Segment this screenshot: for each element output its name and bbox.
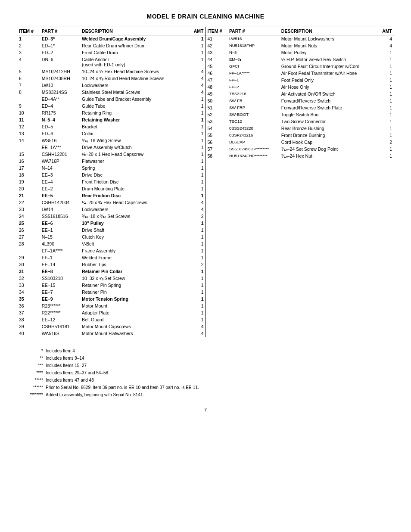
table-row: 23LW14Lockwashers4 xyxy=(17,206,206,213)
footnote: *****Includes Items 47 and 48 xyxy=(17,376,394,384)
description: Bracket xyxy=(80,123,189,130)
table-row: 46FP–1A*****Air Foot Pedal Transmitter w… xyxy=(206,70,394,77)
part-number: EE–9 xyxy=(40,296,80,302)
part-number: EE–15 xyxy=(40,282,80,289)
description: Toggle Switch Boot xyxy=(280,111,378,118)
amount: 4 xyxy=(189,330,206,337)
table-row: 10RR175Retaining Ring1 xyxy=(17,109,206,116)
item-number: 34 xyxy=(17,289,40,296)
description: Rubber Tips xyxy=(80,261,189,268)
footnote: ***Includes Items 15–27 xyxy=(17,362,394,369)
part-number: NU51618FHP xyxy=(227,42,280,49)
footnote-symbol: **** xyxy=(17,369,43,376)
table-row: 15CSHH12201¹⁄₂–20 x 1 Hex Head Capscrew1 xyxy=(17,151,206,158)
part-number: EE–1A*** xyxy=(40,144,80,151)
table-row: EF–1A****Frame Assembly1 xyxy=(17,247,206,254)
description: Drive Shaft xyxy=(80,227,189,233)
item-number: 48 xyxy=(206,84,227,90)
item-number: 27 xyxy=(17,233,40,240)
amount: 1 xyxy=(189,49,206,56)
amount: 1 xyxy=(378,90,394,97)
item-number: 10 xyxy=(17,109,40,116)
table-row: 58NU51624FHP********⁵⁄₁₆–24 Hex Nut1 xyxy=(206,152,394,159)
amount: 1 xyxy=(378,125,394,132)
part-number: LW516 xyxy=(227,35,280,43)
right-header-amt: AMT xyxy=(378,27,394,35)
item-number: 44 xyxy=(206,56,227,63)
item-number: 29 xyxy=(17,254,40,261)
footnote: ****Includes Items 29–37 and 54–58 xyxy=(17,369,394,376)
item-number: 53 xyxy=(206,118,227,125)
footnote-text: Includes Items 29–37 and 54–58 xyxy=(46,369,108,376)
table-row: 540BSS243220Rear Bronze Bushing1 xyxy=(206,125,394,132)
description: ⁵⁄₁₆–24 Hex Nut xyxy=(280,152,378,159)
footnotes-section: *Includes Item 4**Includes Items 9–14***… xyxy=(17,347,394,398)
item-number: 19 xyxy=(17,178,40,185)
left-header-part: PART # xyxy=(40,27,80,35)
item-number: 8 xyxy=(17,89,40,96)
item-number: 31 xyxy=(17,268,40,275)
table-row: 14WS516⁵⁄₁₆–18 Wing Screw1 xyxy=(17,137,206,144)
amount: 1 xyxy=(189,185,206,192)
table-row: 9ED–4Guide Tube1 xyxy=(17,103,206,109)
description: 10" Pulley xyxy=(80,220,189,227)
amount: 4 xyxy=(378,35,394,43)
description: Guide Tube xyxy=(80,103,189,109)
table-row: 18EE–3Drive Disc1 xyxy=(17,171,206,178)
amount: 4 xyxy=(189,82,206,89)
table-row: 37R22******Adapter Plate1 xyxy=(17,309,206,316)
amount: 1 xyxy=(378,104,394,111)
item-number xyxy=(17,247,40,254)
description: Spring xyxy=(80,165,189,171)
part-number: MS83214SS xyxy=(40,89,80,96)
part-number: R22****** xyxy=(40,309,80,316)
table-row: 35EE–9Motor Tension Spring1 xyxy=(17,296,206,302)
part-number: EE–4 xyxy=(40,178,80,185)
item-number xyxy=(17,96,40,103)
table-row: 8MS83214SSStainless Steel Metal Screws4 xyxy=(17,89,206,96)
table-row: 42NU51618FHPMotor Mount Nuts4 xyxy=(206,42,394,49)
description: Motor Mount Flatwashers xyxy=(80,330,189,337)
table-row: 36R23******Motor Mount1 xyxy=(17,302,206,309)
part-number: SS103218 xyxy=(40,275,80,282)
amount: 1 xyxy=(189,35,206,43)
item-number: 23 xyxy=(17,206,40,213)
description: Guide Tube and Bracket Assembly xyxy=(80,96,189,103)
item-number: 36 xyxy=(17,302,40,309)
amount: 4 xyxy=(189,206,206,213)
footnote-symbol: ****** xyxy=(17,384,43,391)
description: Air Foot Pedal Transmitter w/Air Hose xyxy=(280,70,378,77)
part-number: MS102412HH xyxy=(40,68,80,75)
table-row: 53TSC12Two-Screw Connector1 xyxy=(206,118,394,125)
description: Collar xyxy=(80,130,189,137)
amount: 1 xyxy=(189,123,206,130)
description: Retainer Pin xyxy=(80,289,189,296)
amount: 1 xyxy=(378,63,394,70)
table-row: 6MS102438RH10–24 x ³⁄₈ Round Head Machin… xyxy=(17,75,206,82)
description: ⁵⁄₁₆–18 Wing Screw xyxy=(80,137,189,144)
footnote: ********Added to assembly, beginning wit… xyxy=(17,391,394,398)
description: ⁵⁄₁₆–24 Set Screw Dog Point xyxy=(280,146,378,152)
amount: 1 xyxy=(189,296,206,302)
item-number: 42 xyxy=(206,42,227,49)
footnote: ******Prior to Serial No. 6629, Item 36 … xyxy=(17,384,394,391)
table-row: 16WA716PFlatwasher1 xyxy=(17,158,206,165)
part-number: CSHH142034 xyxy=(40,199,80,206)
item-number: 16 xyxy=(17,158,40,165)
amount: 1 xyxy=(189,282,206,289)
footnote-text: Added to assembly, beginning with Serial… xyxy=(46,391,144,398)
page-title: MODEL E DRAIN CLEANING MACHINE xyxy=(17,13,394,20)
part-number: SS51618516 xyxy=(40,213,80,220)
item-number: 21 xyxy=(17,192,40,199)
table-row: 51SW-FRPForward/Reverse Switch Plate1 xyxy=(206,104,394,111)
table-row: 22CSHH142034¹⁄₄–20 x ³⁄₄ Hex Head Capscr… xyxy=(17,199,206,206)
part-number: EE–3 xyxy=(40,171,80,178)
item-number: 54 xyxy=(206,125,227,132)
item-number: 46 xyxy=(206,70,227,77)
amount: 1 xyxy=(189,302,206,309)
part-number: TSC12 xyxy=(227,118,280,125)
footnote-symbol: ***** xyxy=(17,376,43,384)
table-row: 26EE–1Drive Shaft1 xyxy=(17,227,206,233)
right-table: ITEM # PART # DESCRIPTION AMT 41LW516Mot… xyxy=(206,27,394,159)
item-number: 18 xyxy=(17,171,40,178)
